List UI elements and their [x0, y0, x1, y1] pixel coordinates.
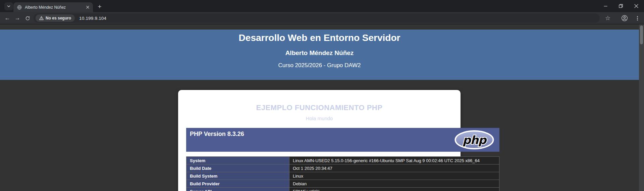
info-label: Build System	[186, 172, 289, 180]
info-value: Oct 1 2025 20:34:47	[289, 164, 499, 172]
globe-favicon-icon	[17, 5, 22, 10]
php-logo-text: php	[463, 133, 487, 147]
profile-button[interactable]	[620, 13, 629, 23]
three-dots-icon	[637, 18, 638, 19]
info-value: FPM/FastCGI	[289, 188, 499, 191]
plus-icon: +	[98, 3, 101, 10]
course-label: Curso 2025/2026 - Grupo DAW2	[0, 62, 639, 69]
php-logo-icon[interactable]: php	[454, 130, 494, 150]
table-row: Build System Linux	[186, 172, 499, 180]
browser-tab[interactable]: Alberto Méndez Núñez	[13, 2, 93, 12]
tab-close-icon[interactable]	[85, 5, 90, 10]
hello-world-text: Hola mundo	[178, 115, 461, 121]
info-label: Server API	[186, 188, 289, 191]
scrollbar-thumb[interactable]	[640, 26, 643, 44]
table-row: Build Provider Debian	[186, 180, 499, 188]
example-heading: EJEMPLO FUNCIONAMIENTO PHP	[178, 103, 461, 112]
profile-icon	[621, 15, 628, 21]
back-button[interactable]: ←	[3, 13, 12, 23]
browser-toolbar: ← → No es seguro 10	[0, 12, 644, 24]
minimize-button[interactable]	[598, 0, 613, 12]
new-tab-button[interactable]: +	[95, 3, 104, 11]
site-title: Desarrollo Web en Entorno Servidor	[0, 33, 639, 43]
info-value: Debian	[289, 180, 499, 188]
reload-button[interactable]	[23, 13, 32, 23]
close-button[interactable]	[629, 0, 644, 12]
tab-list-chevron-button[interactable]	[4, 2, 13, 10]
security-chip[interactable]: No es seguro	[36, 14, 75, 22]
page-scrollbar[interactable]	[639, 25, 644, 191]
site-header: Desarrollo Web en Entorno Servidor Alber…	[0, 30, 639, 80]
tab-strip: Alberto Méndez Núñez +	[0, 0, 644, 12]
back-arrow-icon: ←	[5, 15, 10, 21]
browser-window: Alberto Méndez Núñez + ← →	[0, 0, 644, 191]
url-text: 10.199.9.104	[79, 16, 106, 21]
window-controls	[598, 0, 644, 12]
forward-button[interactable]: →	[13, 13, 22, 23]
page-viewport: Desarrollo Web en Entorno Servidor Alber…	[0, 25, 644, 191]
chevron-down-icon	[7, 4, 11, 8]
forward-arrow-icon: →	[15, 15, 20, 21]
info-label: System	[186, 157, 289, 164]
php-version-title: PHP Version 8.3.26	[190, 131, 244, 138]
phpinfo-header: PHP Version 8.3.26 php	[186, 128, 499, 152]
security-chip-label: No es seguro	[46, 16, 71, 20]
info-label: Build Date	[186, 164, 289, 172]
star-icon: ☆	[605, 14, 610, 22]
info-value: Linux	[289, 172, 499, 180]
info-label: Build Provider	[186, 180, 289, 188]
maximize-restore-button[interactable]	[613, 0, 629, 12]
bookmark-button[interactable]: ☆	[603, 13, 612, 23]
phpinfo-table: System Linux AMN-USED2 5.15.0-156-generi…	[186, 156, 499, 191]
content-card: EJEMPLO FUNCIONAMIENTO PHP Hola mundo PH…	[178, 90, 461, 191]
browser-menu-button[interactable]	[633, 13, 642, 23]
reload-icon	[25, 16, 30, 21]
warning-triangle-icon	[39, 16, 44, 20]
tab-title: Alberto Méndez Núñez	[25, 5, 85, 10]
info-value: Linux AMN-USED2 5.15.0-156-generic #166-…	[289, 157, 499, 164]
table-row: Server API FPM/FastCGI	[186, 188, 499, 191]
site-author: Alberto Méndez Núñez	[0, 49, 639, 57]
table-row: System Linux AMN-USED2 5.15.0-156-generi…	[186, 157, 499, 164]
address-bar[interactable]: No es seguro 10.199.9.104	[34, 13, 600, 23]
table-row: Build Date Oct 1 2025 20:34:47	[186, 164, 499, 172]
